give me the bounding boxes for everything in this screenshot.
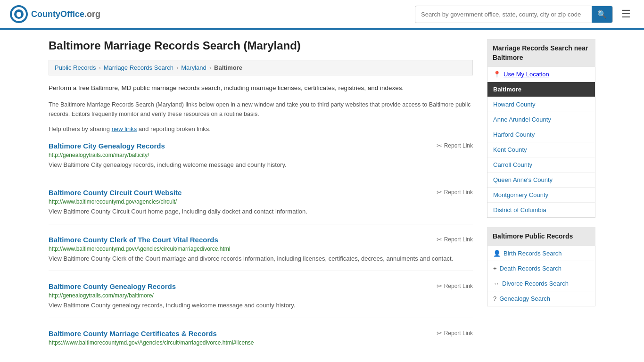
public-record-link[interactable]: + Death Records Search bbox=[487, 261, 595, 276]
public-record-label: Divorce Records Search bbox=[502, 280, 569, 287]
record-url: https://www.baltimorecountymd.gov/Agenci… bbox=[49, 339, 473, 346]
nearby-link[interactable]: Anne Arundel County bbox=[487, 112, 595, 127]
record-description: View Baltimore County Clerk of the Court… bbox=[49, 254, 473, 263]
search-input[interactable] bbox=[415, 7, 592, 22]
nearby-list-item[interactable]: Montgomery County bbox=[487, 188, 595, 203]
record-title-link[interactable]: Baltimore County Clerk of The Court Vita… bbox=[49, 236, 218, 244]
record-entry: Baltimore County Genealogy Records ✂ Rep… bbox=[49, 282, 473, 318]
primary-description: Perform a free Baltimore, MD public marr… bbox=[49, 83, 473, 93]
public-record-item[interactable]: ↔ Divorce Records Search bbox=[487, 276, 595, 291]
page-title: Baltimore Marriage Records Search (Maryl… bbox=[49, 39, 473, 52]
nearby-link[interactable]: Carroll County bbox=[487, 157, 595, 172]
breadcrumb-marriage-records-search[interactable]: Marriage Records Search bbox=[104, 64, 173, 71]
nearby-link[interactable]: District of Columbia bbox=[487, 203, 595, 217]
report-link-button[interactable]: ✂ Report Link bbox=[437, 142, 473, 149]
record-header: Baltimore County Circuit Court Website ✂… bbox=[49, 189, 473, 197]
nearby-link[interactable]: Harford County bbox=[487, 127, 595, 142]
arrows-icon: ↔ bbox=[493, 280, 499, 287]
record-header: Baltimore County Marriage Certificates &… bbox=[49, 329, 473, 337]
nearby-list-item[interactable]: Queen Anne's County bbox=[487, 173, 595, 188]
secondary-description: The Baltimore Marriage Records Search (M… bbox=[49, 100, 473, 119]
public-record-link[interactable]: 👤 Birth Records Search bbox=[487, 246, 595, 261]
nearby-link[interactable]: Baltimore bbox=[487, 82, 595, 97]
report-icon: ✂ bbox=[437, 236, 442, 243]
report-link-label: Report Link bbox=[444, 189, 473, 196]
records-container: Baltimore City Genealogy Records ✂ Repor… bbox=[49, 142, 473, 355]
plus-icon: + bbox=[493, 265, 497, 272]
nearby-list-item[interactable]: Carroll County bbox=[487, 157, 595, 173]
public-record-label: Genealogy Search bbox=[499, 295, 550, 302]
report-icon: ✂ bbox=[437, 189, 442, 196]
nearby-list-item[interactable]: Kent County bbox=[487, 142, 595, 157]
hamburger-menu-button[interactable]: ☰ bbox=[618, 6, 635, 22]
record-title-link[interactable]: Baltimore County Marriage Certificates &… bbox=[49, 329, 217, 337]
record-header: Baltimore City Genealogy Records ✂ Repor… bbox=[49, 142, 473, 150]
record-url: http://genealogytrails.com/mary/baltimor… bbox=[49, 292, 473, 299]
breadcrumb-public-records[interactable]: Public Records bbox=[55, 64, 96, 71]
use-location-item[interactable]: 📍 Use My Location bbox=[487, 67, 595, 82]
record-entry: Baltimore City Genealogy Records ✂ Repor… bbox=[49, 142, 473, 178]
record-title-link[interactable]: Baltimore County Circuit Court Website bbox=[49, 189, 182, 197]
header-right: 🔍 ☰ bbox=[415, 6, 635, 23]
report-icon: ✂ bbox=[437, 329, 442, 337]
nearby-list-item[interactable]: District of Columbia bbox=[487, 203, 595, 217]
public-record-link[interactable]: ? Genealogy Search bbox=[487, 291, 595, 306]
logo-icon: ⊕ bbox=[9, 5, 28, 24]
nearby-list-item[interactable]: Howard County bbox=[487, 97, 595, 112]
sidebar: Marriage Records Search near Baltimore 📍… bbox=[487, 39, 595, 362]
record-entry: Baltimore County Circuit Court Website ✂… bbox=[49, 189, 473, 224]
breadcrumb-current: Baltimore bbox=[214, 64, 242, 71]
nearby-list-item[interactable]: Baltimore bbox=[487, 82, 595, 97]
record-url: http://genealogytrails.com/mary/balticit… bbox=[49, 152, 473, 158]
content-area: Baltimore Marriage Records Search (Maryl… bbox=[49, 39, 473, 362]
report-link-button[interactable]: ✂ Report Link bbox=[437, 189, 473, 196]
svg-text:⊕: ⊕ bbox=[16, 11, 22, 18]
nearby-list-item[interactable]: Harford County bbox=[487, 127, 595, 142]
person-icon: 👤 bbox=[493, 250, 501, 257]
record-description: View Baltimore County Circuit Court home… bbox=[49, 207, 473, 216]
record-title-link[interactable]: Baltimore County Genealogy Records bbox=[49, 282, 176, 290]
public-record-item[interactable]: ? Genealogy Search bbox=[487, 291, 595, 306]
record-url: http://www.baltimorecountymd.gov/agencie… bbox=[49, 198, 473, 205]
report-link-label: Report Link bbox=[444, 142, 473, 149]
main-container: Baltimore Marriage Records Search (Maryl… bbox=[39, 30, 605, 362]
site-header: ⊕ CountyOffice.org 🔍 ☰ bbox=[0, 0, 644, 30]
nearby-section: Marriage Records Search near Baltimore 📍… bbox=[487, 39, 595, 218]
report-link-button[interactable]: ✂ Report Link bbox=[437, 329, 473, 337]
new-links-link[interactable]: new links bbox=[112, 125, 137, 132]
public-record-label: Death Records Search bbox=[500, 265, 562, 272]
report-icon: ✂ bbox=[437, 282, 442, 290]
logo-text: CountyOffice.org bbox=[31, 9, 100, 19]
nearby-header: Marriage Records Search near Baltimore bbox=[487, 39, 595, 67]
logo-area[interactable]: ⊕ CountyOffice.org bbox=[9, 5, 100, 24]
breadcrumb-maryland[interactable]: Maryland bbox=[181, 64, 206, 71]
public-record-item[interactable]: + Death Records Search bbox=[487, 261, 595, 276]
record-description: View Baltimore City genealogy records, i… bbox=[49, 160, 473, 170]
record-title-link[interactable]: Baltimore City Genealogy Records bbox=[49, 142, 165, 150]
public-record-item[interactable]: 👤 Birth Records Search bbox=[487, 246, 595, 261]
public-record-label: Birth Records Search bbox=[504, 250, 562, 257]
record-entry: Baltimore County Clerk of The Court Vita… bbox=[49, 236, 473, 272]
public-records-section: Baltimore Public Records 👤 Birth Records… bbox=[487, 227, 595, 306]
record-header: Baltimore County Clerk of The Court Vita… bbox=[49, 236, 473, 244]
share-line: Help others by sharing new links and rep… bbox=[49, 125, 473, 132]
public-records-list: 👤 Birth Records Search + Death Records S… bbox=[487, 246, 595, 306]
record-url: http://www.baltimorecountymd.gov/Agencie… bbox=[49, 246, 473, 252]
location-pin-icon: 📍 bbox=[493, 71, 501, 78]
nearby-link[interactable]: Montgomery County bbox=[487, 188, 595, 202]
report-link-button[interactable]: ✂ Report Link bbox=[437, 282, 473, 290]
record-entry: Baltimore County Marriage Certificates &… bbox=[49, 329, 473, 355]
breadcrumb: Public Records › Marriage Records Search… bbox=[49, 60, 473, 75]
use-location-link[interactable]: Use My Location bbox=[504, 71, 549, 78]
report-link-label: Report Link bbox=[444, 283, 473, 289]
record-header: Baltimore County Genealogy Records ✂ Rep… bbox=[49, 282, 473, 290]
report-link-button[interactable]: ✂ Report Link bbox=[437, 236, 473, 243]
search-bar: 🔍 bbox=[415, 6, 613, 23]
nearby-link[interactable]: Queen Anne's County bbox=[487, 173, 595, 187]
nearby-link[interactable]: Kent County bbox=[487, 142, 595, 157]
public-record-link[interactable]: ↔ Divorce Records Search bbox=[487, 276, 595, 291]
report-link-label: Report Link bbox=[444, 236, 473, 243]
nearby-link[interactable]: Howard County bbox=[487, 97, 595, 112]
nearby-list-item[interactable]: Anne Arundel County bbox=[487, 112, 595, 127]
search-button[interactable]: 🔍 bbox=[592, 6, 612, 23]
